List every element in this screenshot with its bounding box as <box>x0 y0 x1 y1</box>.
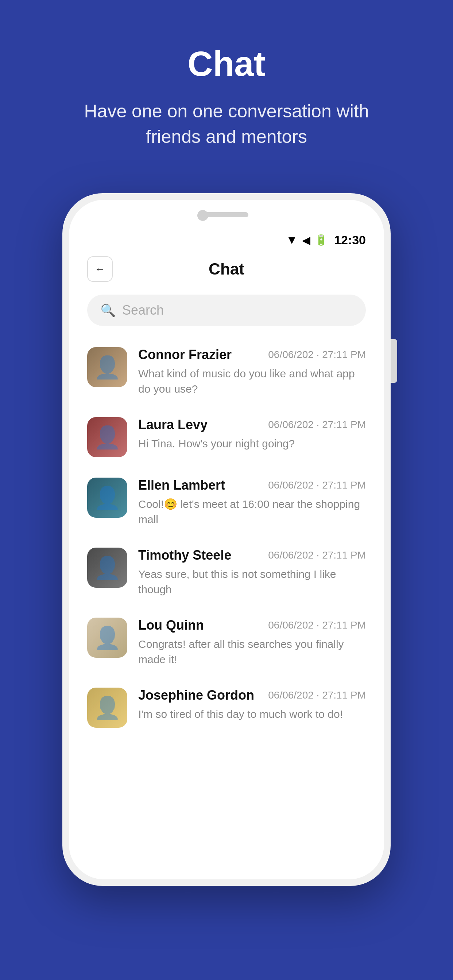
chat-item[interactable]: 👤 Josephine Gordon 06/06/202 · 27:11 PM … <box>73 678 380 738</box>
app-header: ← Chat <box>69 251 384 287</box>
phone-mockup: ▼ ◀ 🔋 12:30 ← Chat 🔍 Search <box>62 193 391 886</box>
chat-list: 👤 Connor Frazier 06/06/202 · 27:11 PM Wh… <box>69 337 384 880</box>
chat-content: Josephine Gordon 06/06/202 · 27:11 PM I'… <box>138 687 366 722</box>
wifi-icon: ▼ <box>286 233 298 247</box>
hero-subtitle: Have one on one conversation with friend… <box>81 99 372 150</box>
chat-item[interactable]: 👤 Laura Levy 06/06/202 · 27:11 PM Hi Tin… <box>73 407 380 468</box>
chat-content: Laura Levy 06/06/202 · 27:11 PM Hi Tina.… <box>138 417 366 451</box>
phone-inner: ▼ ◀ 🔋 12:30 ← Chat 🔍 Search <box>69 200 384 880</box>
chat-preview: Congrats! after all this searches you fi… <box>138 636 366 667</box>
chat-time: 06/06/202 · 27:11 PM <box>268 619 366 631</box>
chat-preview: Cool!😊 let's meet at 16:00 near the shop… <box>138 496 366 527</box>
chat-preview: Hi Tina. How's your night going? <box>138 436 366 451</box>
chat-content: Lou Quinn 06/06/202 · 27:11 PM Congrats!… <box>138 617 366 667</box>
status-icons: ▼ ◀ 🔋 <box>286 233 327 247</box>
search-bar[interactable]: 🔍 Search <box>87 294 366 326</box>
chat-header-row: Laura Levy 06/06/202 · 27:11 PM <box>138 417 366 433</box>
battery-icon: 🔋 <box>315 234 327 246</box>
chat-item[interactable]: 👤 Ellen Lambert 06/06/202 · 27:11 PM Coo… <box>73 468 380 538</box>
avatar: 👤 <box>87 417 127 457</box>
search-container: 🔍 Search <box>69 287 384 337</box>
chat-name: Connor Frazier <box>138 347 231 363</box>
chat-preview: What kind of music do you like and what … <box>138 366 366 397</box>
avatar: 👤 <box>87 477 127 518</box>
chat-header-row: Timothy Steele 06/06/202 · 27:11 PM <box>138 547 366 563</box>
phone-top-bar <box>69 200 384 229</box>
back-button[interactable]: ← <box>87 256 113 282</box>
chat-header-row: Josephine Gordon 06/06/202 · 27:11 PM <box>138 687 366 703</box>
chat-preview: Yeas sure, but this is not something I l… <box>138 566 366 597</box>
status-time: 12:30 <box>334 233 366 247</box>
speaker <box>205 212 248 217</box>
chat-preview: I'm so tired of this day to much work to… <box>138 706 366 722</box>
signal-icon: ◀ <box>302 234 310 247</box>
chat-name: Lou Quinn <box>138 617 204 633</box>
chat-time: 06/06/202 · 27:11 PM <box>268 349 366 361</box>
chat-time: 06/06/202 · 27:11 PM <box>268 689 366 701</box>
avatar: 👤 <box>87 617 127 658</box>
chat-content: Ellen Lambert 06/06/202 · 27:11 PM Cool!… <box>138 477 366 527</box>
status-bar: ▼ ◀ 🔋 12:30 <box>69 229 384 251</box>
chat-name: Josephine Gordon <box>138 687 254 703</box>
chat-content: Connor Frazier 06/06/202 · 27:11 PM What… <box>138 347 366 397</box>
search-input[interactable]: Search <box>122 302 164 318</box>
chat-item[interactable]: 👤 Lou Quinn 06/06/202 · 27:11 PM Congrat… <box>73 608 380 678</box>
chat-header-row: Connor Frazier 06/06/202 · 27:11 PM <box>138 347 366 363</box>
chat-name: Laura Levy <box>138 417 207 433</box>
chat-header-row: Lou Quinn 06/06/202 · 27:11 PM <box>138 617 366 633</box>
side-button <box>391 339 397 383</box>
back-arrow-icon: ← <box>94 263 105 275</box>
search-icon: 🔍 <box>100 303 116 318</box>
chat-time: 06/06/202 · 27:11 PM <box>268 479 366 491</box>
chat-name: Timothy Steele <box>138 547 231 563</box>
avatar: 👤 <box>87 547 127 588</box>
chat-name: Ellen Lambert <box>138 477 225 493</box>
chat-time: 06/06/202 · 27:11 PM <box>268 419 366 431</box>
chat-item[interactable]: 👤 Timothy Steele 06/06/202 · 27:11 PM Ye… <box>73 538 380 608</box>
chat-time: 06/06/202 · 27:11 PM <box>268 549 366 561</box>
page-title: Chat <box>209 260 244 278</box>
phone-outer: ▼ ◀ 🔋 12:30 ← Chat 🔍 Search <box>62 193 391 886</box>
chat-item[interactable]: 👤 Connor Frazier 06/06/202 · 27:11 PM Wh… <box>73 337 380 407</box>
chat-header-row: Ellen Lambert 06/06/202 · 27:11 PM <box>138 477 366 493</box>
avatar: 👤 <box>87 687 127 728</box>
chat-content: Timothy Steele 06/06/202 · 27:11 PM Yeas… <box>138 547 366 597</box>
avatar: 👤 <box>87 347 127 387</box>
hero-section: Chat Have one on one conversation with f… <box>0 0 453 150</box>
hero-title: Chat <box>187 44 265 84</box>
